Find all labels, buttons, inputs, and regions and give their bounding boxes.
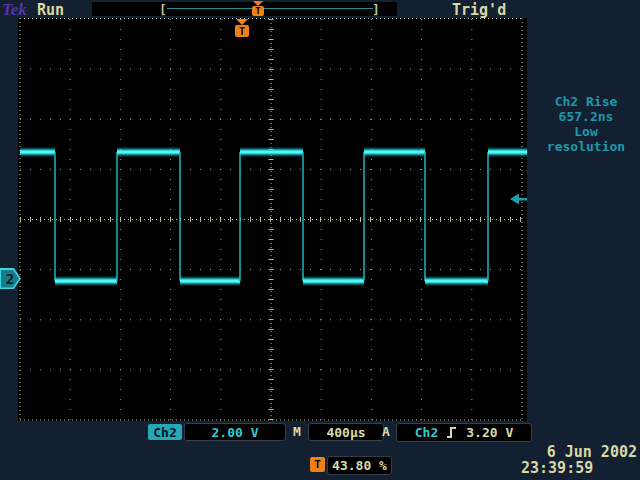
trigger-source-label: Ch2 [415,425,438,440]
trigger-percent-t-icon: T [310,457,325,472]
oscilloscope-screen: Tek Run [ ] T Trig'd [0,0,640,480]
trigger-mode-label: A [382,424,390,439]
trigger-position-t-icon: T [235,25,249,37]
trigger-marker-t-icon: T [252,6,264,16]
graticule-svg [18,18,527,421]
measurement-panel: Ch2 Rise 657.2ns Low resolution [533,94,639,154]
measurement-value: 657.2ns [533,109,639,124]
vertical-scale-readout: 2.00 V [184,423,286,441]
trigger-position-marker: T [235,19,249,37]
timebase-readout: 400µs [308,423,384,441]
trigger-position-percent: 43.80 % [327,456,392,475]
record-trigger-marker: T [252,1,264,16]
record-view-bracket-left: [ [159,2,167,17]
measurement-qualifier-2: resolution [533,139,639,154]
graticule [20,18,522,421]
trigger-status: Trig'd [452,1,506,19]
measurement-source-type: Ch2 Rise [533,94,639,109]
record-view-bracket-right: ] [372,2,380,17]
acquisition-status: Run [37,1,64,19]
trigger-level-arrow-icon [510,194,527,205]
channel2-marker-label: 2 [1,270,19,288]
waveform-layer [20,152,527,281]
time-readout: 23:39:59 [521,459,593,477]
trigger-level-value: 3.20 V [466,425,513,440]
record-view-window-line [167,8,373,9]
waveform-display: T [18,18,527,421]
trigger-readout: Ch2 3.20 V [396,423,532,442]
measurement-qualifier-1: Low [533,124,639,139]
rising-edge-icon [447,426,457,439]
channel-readout-badge: Ch2 [148,424,182,440]
timebase-label: M [293,424,301,439]
tek-logo: Tek [2,0,27,20]
record-view-bar: [ ] T [92,2,397,16]
